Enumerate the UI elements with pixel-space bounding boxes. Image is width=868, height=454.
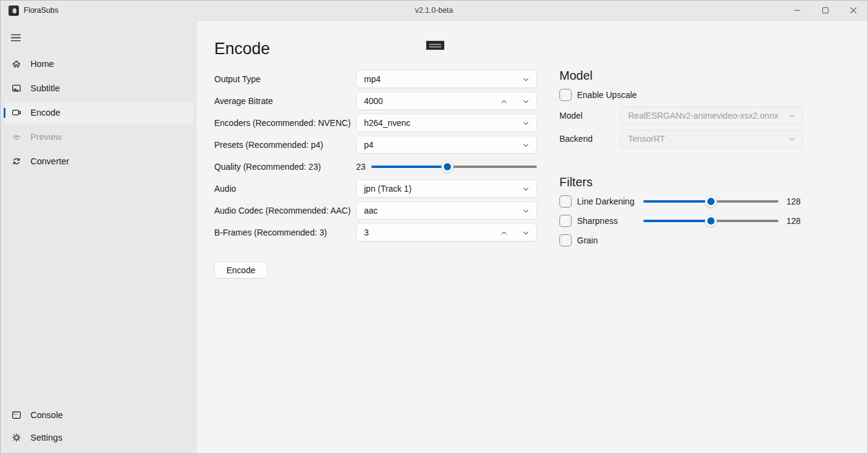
- audio-dropdown[interactable]: jpn (Track 1): [356, 180, 537, 198]
- quality-slider[interactable]: [371, 161, 537, 173]
- sharpness-checkbox[interactable]: [559, 215, 572, 227]
- encode-button[interactable]: Encode: [214, 262, 267, 279]
- close-button[interactable]: [839, 1, 867, 20]
- maximize-icon: [822, 7, 829, 14]
- subtitle-icon: [12, 83, 21, 93]
- output-type-dropdown[interactable]: mp4: [356, 70, 537, 88]
- sharpness-slider[interactable]: [643, 215, 779, 227]
- sidebar-item-converter[interactable]: Converter: [4, 151, 193, 172]
- chevron-up-icon[interactable]: [500, 98, 508, 105]
- average-bitrate-input[interactable]: 4000: [356, 92, 537, 110]
- video-camera-icon: [12, 108, 21, 117]
- app-title: FloraSubs: [24, 6, 58, 15]
- line-darkening-value: 128: [786, 197, 811, 206]
- content-panel: Encode Output Type mp4 Average Bitrate 4…: [196, 20, 867, 453]
- field-label: Presets (Recommended: p4): [214, 140, 356, 150]
- grain-label: Grain: [577, 236, 643, 245]
- enable-upscale-checkbox[interactable]: [559, 89, 572, 101]
- sidebar-item-console[interactable]: C:\ Console: [4, 404, 193, 425]
- line-darkening-slider[interactable]: [643, 195, 779, 208]
- eye-icon: [12, 132, 21, 142]
- sidebar-nav: Home Subtitle Encode: [1, 52, 196, 173]
- sidebar-item-label: Settings: [30, 433, 62, 442]
- quality-slider-wrap: 23: [356, 161, 537, 173]
- sidebar-item-label: Home: [30, 59, 54, 69]
- sidebar-item-label: Console: [30, 410, 63, 420]
- maximize-button[interactable]: [811, 1, 839, 20]
- chevron-down-icon: [522, 120, 530, 127]
- field-label: Output Type: [214, 74, 356, 84]
- sidebar-item-preview: Preview: [4, 127, 193, 148]
- sidebar-item-encode[interactable]: Encode: [4, 102, 193, 124]
- chevron-up-icon[interactable]: [500, 229, 508, 237]
- line-darkening-checkbox[interactable]: [559, 195, 572, 208]
- page-title: Encode: [214, 39, 555, 58]
- field-label: Encoders (Recommended: NVENC): [214, 118, 356, 128]
- sidebar-item-subtitle[interactable]: Subtitle: [4, 78, 193, 99]
- chevron-down-icon: [522, 208, 530, 215]
- presets-row: Presets (Recommended: p4) p4: [214, 136, 555, 154]
- audio-codec-row: Audio Codec (Recommended: AAC) aac: [214, 201, 555, 220]
- audio-row: Audio jpn (Track 1): [214, 180, 555, 198]
- drag-handle[interactable]: [426, 41, 444, 50]
- chevron-down-icon[interactable]: [522, 229, 530, 237]
- field-label: Quality (Recommended: 23): [214, 162, 356, 172]
- sidebar-item-label: Converter: [30, 156, 69, 166]
- sidebar-item-settings[interactable]: Settings: [4, 427, 193, 449]
- minimize-icon: [794, 7, 801, 14]
- sidebar-footer: C:\ Console Settings: [1, 403, 196, 454]
- hamburger-icon: [11, 33, 21, 43]
- version-label: v2.1.0-beta: [1, 1, 867, 20]
- titlebar: FloraSubs v2.1.0-beta: [1, 1, 867, 20]
- audio-codec-dropdown[interactable]: aac: [356, 201, 537, 220]
- sidebar: Home Subtitle Encode: [1, 20, 196, 453]
- home-icon: [12, 59, 21, 69]
- minimize-button[interactable]: [783, 1, 811, 20]
- console-icon: C:\: [12, 410, 21, 420]
- sidebar-item-label: Encode: [30, 108, 60, 117]
- slider-thumb[interactable]: [441, 161, 453, 173]
- gear-icon: [12, 433, 21, 442]
- chevron-down-icon: [522, 186, 530, 193]
- svg-text:C:\: C:\: [13, 413, 18, 416]
- line-darkening-row: Line Darkening 128: [559, 194, 833, 209]
- slider-thumb[interactable]: [705, 215, 717, 227]
- chevron-down-icon: [522, 76, 530, 83]
- b-frames-input[interactable]: 3: [356, 223, 537, 242]
- chevron-down-icon: [788, 136, 796, 143]
- model-dropdown: RealESRGANv2-animevideo-xsx2.onnx: [620, 107, 803, 125]
- backend-row: Backend TensorRT: [559, 130, 833, 148]
- field-label: B-Frames (Recommended: 3): [214, 228, 356, 237]
- field-label: Audio Codec (Recommended: AAC): [214, 206, 356, 215]
- sharpness-label: Sharpness: [577, 216, 643, 226]
- app-icon: [9, 5, 19, 16]
- sidebar-item-label: Preview: [30, 132, 62, 142]
- slider-fill: [371, 166, 447, 168]
- menu-toggle-button[interactable]: [4, 27, 28, 48]
- backend-label: Backend: [559, 134, 620, 144]
- encoders-dropdown[interactable]: h264_nvenc: [356, 114, 537, 132]
- encoders-row: Encoders (Recommended: NVENC) h264_nvenc: [214, 114, 555, 132]
- model-row: Model RealESRGANv2-animevideo-xsx2.onnx: [559, 107, 833, 125]
- quality-value: 23: [356, 162, 366, 172]
- line-darkening-label: Line Darkening: [577, 197, 643, 206]
- quality-row: Quality (Recommended: 23) 23: [214, 158, 555, 176]
- field-label: Average Bitrate: [214, 96, 356, 106]
- b-frames-row: B-Frames (Recommended: 3) 3: [214, 223, 555, 242]
- sidebar-item-label: Subtitle: [30, 83, 60, 93]
- window-controls: [783, 1, 867, 20]
- grain-checkbox[interactable]: [559, 234, 572, 246]
- app-window: FloraSubs v2.1.0-beta Home: [0, 0, 868, 454]
- presets-dropdown[interactable]: p4: [356, 136, 537, 154]
- model-label: Model: [559, 111, 620, 120]
- close-icon: [850, 7, 857, 14]
- enable-upscale-row: Enable Upscale: [559, 88, 833, 102]
- sidebar-item-home[interactable]: Home: [4, 54, 193, 75]
- output-type-row: Output Type mp4: [214, 70, 555, 88]
- slider-thumb[interactable]: [705, 195, 717, 208]
- field-label: Audio: [214, 184, 356, 194]
- grain-row: Grain: [559, 233, 833, 248]
- average-bitrate-row: Average Bitrate 4000: [214, 92, 555, 110]
- chevron-down-icon[interactable]: [522, 98, 530, 105]
- filters-section-title: Filters: [559, 175, 833, 189]
